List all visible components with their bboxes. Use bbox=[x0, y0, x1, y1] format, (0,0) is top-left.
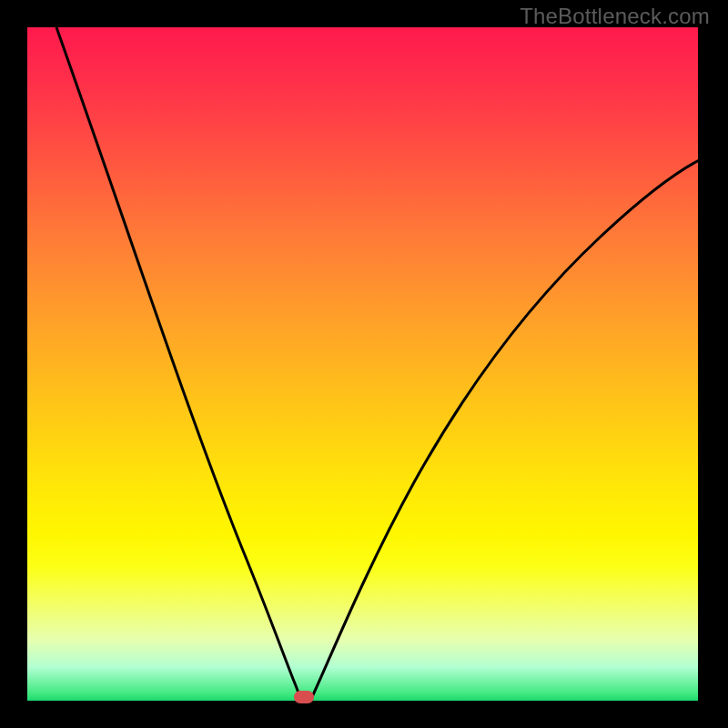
chart-plot-area bbox=[27, 27, 701, 701]
watermark-text: TheBottleneck.com bbox=[520, 4, 710, 29]
minimum-marker bbox=[294, 691, 314, 703]
